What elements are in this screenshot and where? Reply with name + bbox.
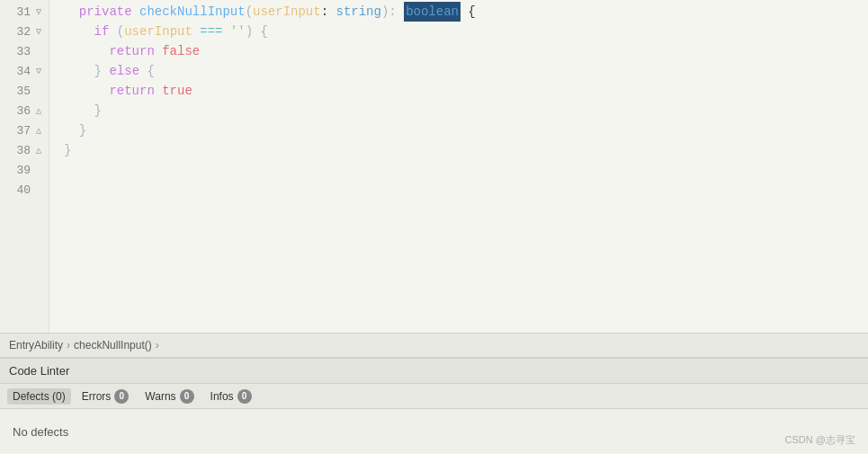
code-line — [49, 160, 868, 180]
tab-label: Defects (0) — [13, 390, 66, 403]
line-number-row: 35 — [0, 81, 49, 101]
tab-label: Errors — [82, 390, 112, 403]
line-num: 33 — [14, 45, 31, 58]
line-num: 32 — [14, 25, 31, 39]
code-line — [49, 180, 868, 200]
linter-tabs: Defects (0)Errors0Warns0Infos0 — [0, 384, 868, 409]
line-num: 39 — [14, 164, 31, 177]
line-number-row: 34▽ — [0, 61, 49, 81]
linter-tab[interactable]: Infos0 — [205, 387, 257, 405]
code-token: userInput — [253, 2, 321, 22]
line-number-row: 38△ — [0, 140, 49, 160]
code-token: boolean — [404, 2, 461, 22]
line-number-row: 32▽ — [0, 22, 49, 41]
fold-icon — [34, 47, 43, 56]
linter-tab[interactable]: Errors0 — [76, 387, 135, 405]
code-token: return — [64, 81, 162, 101]
line-number-row: 33 — [0, 41, 49, 61]
fold-icon[interactable]: △ — [34, 146, 43, 155]
linter-panel: Code Linter Defects (0)Errors0Warns0Info… — [0, 358, 868, 454]
linter-tab[interactable]: Defects (0) — [7, 388, 71, 405]
tab-badge: 0 — [180, 389, 194, 404]
line-num: 37 — [14, 124, 31, 138]
code-token: { — [139, 61, 155, 81]
code-token: } — [64, 61, 109, 81]
code-editor: 31▽32▽3334▽3536△37△38△3940 private check… — [0, 0, 868, 333]
fold-icon[interactable]: ▽ — [34, 7, 43, 16]
line-num: 34 — [14, 65, 31, 78]
linter-title: Code Linter — [0, 359, 868, 384]
code-token: ( — [246, 2, 253, 22]
fold-icon[interactable]: △ — [34, 106, 43, 115]
code-line: } — [49, 120, 868, 140]
code-token: userInput — [124, 22, 192, 41]
line-num: 36 — [14, 104, 31, 118]
code-line: return true — [49, 81, 868, 101]
code-token: else — [109, 61, 139, 81]
code-token: return — [64, 41, 162, 61]
breadcrumb-item-2[interactable]: checkNullInput() — [74, 339, 152, 352]
line-num: 40 — [14, 183, 31, 197]
fold-icon[interactable]: △ — [34, 126, 43, 135]
breadcrumb-item-1[interactable]: EntryAbility — [9, 339, 63, 352]
fold-icon[interactable]: ▽ — [34, 67, 43, 76]
tab-badge: 0 — [237, 389, 252, 404]
fold-icon — [34, 185, 43, 194]
code-line: if (userInput === '') { — [49, 22, 868, 41]
fold-icon[interactable]: ▽ — [34, 27, 43, 36]
line-number-row: 36△ — [0, 101, 49, 120]
linter-tab[interactable]: Warns0 — [139, 387, 199, 405]
code-token: } — [64, 120, 86, 140]
code-token: ( — [117, 22, 124, 41]
line-num: 38 — [14, 144, 31, 157]
linter-content: No defects — [0, 409, 868, 454]
code-token: false — [162, 41, 200, 61]
code-token: true — [162, 81, 192, 101]
code-token: } — [64, 140, 71, 160]
line-number-row: 31▽ — [0, 2, 49, 22]
tab-label: Warns — [145, 390, 175, 403]
line-numbers: 31▽32▽3334▽3536△37△38△3940 — [0, 0, 49, 333]
code-token: === — [192, 22, 230, 41]
breadcrumb-sep-1: › — [67, 339, 70, 352]
fold-icon — [34, 86, 43, 95]
breadcrumb: EntryAbility › checkNullInput() › — [0, 333, 868, 358]
code-line: return false — [49, 41, 868, 61]
line-number-row: 40 — [0, 180, 49, 200]
code-token: private — [64, 2, 139, 22]
code-token: : — [321, 2, 336, 22]
line-num: 31 — [14, 5, 31, 19]
tab-badge: 0 — [114, 389, 129, 404]
watermark: CSDN @志寻宝 — [785, 433, 855, 447]
code-line: } — [49, 101, 868, 120]
code-token: } — [64, 101, 102, 120]
line-number-row: 37△ — [0, 120, 49, 140]
code-line: private checkNullInput(userInput: string… — [49, 2, 868, 22]
code-token: ) { — [246, 22, 268, 41]
code-token: { — [461, 2, 476, 22]
code-line: } else { — [49, 61, 868, 81]
code-line: } — [49, 140, 868, 160]
fold-icon — [34, 165, 43, 174]
code-token: '' — [230, 22, 246, 41]
breadcrumb-sep-2: › — [156, 339, 159, 352]
code-token: checkNullInput — [139, 2, 246, 22]
code-token: string — [336, 2, 380, 22]
code-content: 31▽32▽3334▽3536△37△38△3940 private check… — [0, 0, 868, 333]
tab-label: Infos — [210, 390, 234, 403]
line-num: 35 — [14, 85, 31, 98]
code-lines: private checkNullInput(userInput: string… — [49, 0, 868, 333]
code-token: ): — [381, 2, 404, 22]
line-number-row: 39 — [0, 160, 49, 180]
code-token: if — [64, 22, 117, 41]
